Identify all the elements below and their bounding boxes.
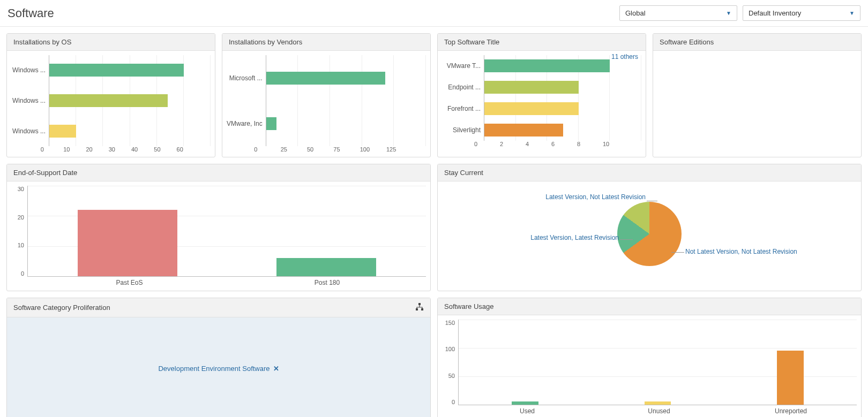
axis-tick: 6 [551, 141, 577, 147]
card-software-editions: Software Editions [653, 33, 862, 157]
axis-label: Silverlight [442, 126, 481, 134]
bar[interactable] [645, 401, 671, 405]
axis-tick: 60 [177, 146, 199, 153]
bar[interactable] [49, 125, 76, 138]
bar[interactable] [777, 351, 804, 405]
axis-tick: 30 [109, 146, 131, 153]
inventory-dropdown-value: Default Inventory [749, 9, 801, 17]
axis-tick: 30 [11, 186, 24, 192]
svg-rect-1 [416, 308, 418, 310]
axis-tick: 0 [442, 399, 455, 405]
close-icon[interactable]: ✕ [273, 365, 279, 373]
axis-tick: 25 [281, 146, 307, 153]
axis-tick: 50 [442, 373, 455, 379]
card-title: Top Software Title [438, 34, 646, 51]
card-title: Installations by OS [7, 34, 215, 51]
bar[interactable] [266, 72, 385, 85]
axis-tick: 150 [442, 320, 455, 326]
axis-tick: 0 [41, 146, 63, 153]
card-installations-by-os: Installations by OS Windows ...Windows .… [6, 33, 215, 157]
bar[interactable] [484, 59, 610, 72]
bar[interactable] [484, 102, 579, 115]
card-title: Software Editions [653, 34, 861, 51]
axis-tick: 0 [474, 141, 500, 147]
card-top-software: Top Software Title 11 others VMware T...… [437, 33, 646, 157]
axis-tick: 4 [526, 141, 551, 147]
axis-label: Windows ... [11, 127, 46, 135]
empty-chart [653, 51, 861, 157]
svg-rect-0 [418, 303, 421, 305]
card-title: End-of-Support Date [7, 164, 430, 181]
axis-tick: 75 [333, 146, 360, 153]
caret-down-icon: ▼ [726, 10, 731, 16]
axis-tick: 0 [11, 270, 24, 277]
axis-label: Past EoS [31, 277, 228, 286]
card-stay-current: Stay Current Latest Version, Not Latest … [437, 164, 862, 291]
pie-label-left[interactable]: Latest Version, Latest Revision [501, 234, 619, 241]
svg-rect-2 [421, 308, 423, 310]
hierarchy-icon[interactable] [415, 302, 424, 313]
axis-tick: 50 [307, 146, 333, 153]
axis-tick: 20 [11, 214, 24, 221]
scope-dropdown-value: Global [625, 9, 646, 17]
axis-tick: 2 [500, 141, 526, 147]
bar[interactable] [266, 117, 276, 130]
caret-down-icon: ▼ [849, 10, 855, 16]
scope-dropdown[interactable]: Global ▼ [619, 5, 737, 21]
card-title: Software Usage [438, 298, 861, 315]
chart-top-software[interactable]: VMware T...Endpoint ...Forefront ...Silv… [442, 55, 641, 141]
chart-eos[interactable]: 3020100 [11, 186, 426, 277]
axis-label: Windows ... [11, 97, 46, 104]
proliferation-body[interactable]: Development Environment Software ✕ [7, 317, 430, 417]
proliferation-tag[interactable]: Development Environment Software [158, 365, 270, 373]
chart-stay-current[interactable]: Latest Version, Not Latest Revision Late… [442, 186, 857, 282]
chart-installations-by-vendors[interactable]: Microsoft ...VMware, Inc [227, 55, 426, 146]
inventory-dropdown[interactable]: Default Inventory ▼ [743, 5, 860, 21]
axis-tick: 50 [154, 146, 176, 153]
axis-label: Unused [593, 405, 725, 415]
card-title: Stay Current [438, 164, 861, 181]
axis-label: Unreported [725, 405, 857, 415]
card-eos: End-of-Support Date 3020100 Past EoSPost… [6, 164, 431, 291]
bar[interactable] [484, 81, 579, 94]
card-installations-by-vendors: Installations by Vendors Microsoft ...VM… [222, 33, 431, 157]
axis-tick: 10 [63, 146, 86, 153]
axis-tick: 40 [131, 146, 154, 153]
axis-label: Used [461, 405, 593, 415]
card-usage: Software Usage 150100500 UsedUnusedUnrep… [437, 298, 862, 417]
card-proliferation: Software Category Proliferation Developm… [6, 298, 431, 417]
axis-tick: 10 [603, 141, 628, 147]
bar[interactable] [78, 210, 177, 276]
bar[interactable] [484, 124, 563, 137]
chart-installations-by-os[interactable]: Windows ...Windows ...Windows ... [11, 55, 211, 146]
axis-tick: 20 [86, 146, 108, 153]
pie-label-right[interactable]: Not Latest Version, Not Latest Revision [685, 248, 825, 255]
axis-tick: 125 [386, 146, 413, 153]
axis-label: Post 180 [228, 277, 426, 286]
axis-label: Windows ... [11, 66, 46, 74]
axis-label: VMware, Inc [227, 120, 263, 127]
axis-tick: 100 [442, 346, 455, 352]
pie-label-top[interactable]: Latest Version, Not Latest Revision [528, 193, 646, 201]
axis-tick: 100 [360, 146, 386, 153]
axis-label: Endpoint ... [442, 84, 481, 91]
card-title: Software Category Proliferation [13, 304, 110, 312]
axis-label: Forefront ... [442, 105, 481, 112]
bar[interactable] [49, 94, 168, 107]
card-title: Installations by Vendors [222, 34, 430, 51]
axis-label: VMware T... [442, 62, 481, 70]
page-title: Software [8, 6, 614, 20]
bar[interactable] [49, 64, 184, 77]
bar[interactable] [512, 401, 538, 405]
axis-label: Microsoft ... [227, 74, 263, 82]
axis-tick: 8 [577, 141, 603, 147]
bar[interactable] [276, 258, 376, 276]
axis-tick: 10 [11, 242, 24, 248]
axis-tick: 0 [254, 146, 280, 153]
chart-usage[interactable]: 150100500 [442, 320, 857, 405]
